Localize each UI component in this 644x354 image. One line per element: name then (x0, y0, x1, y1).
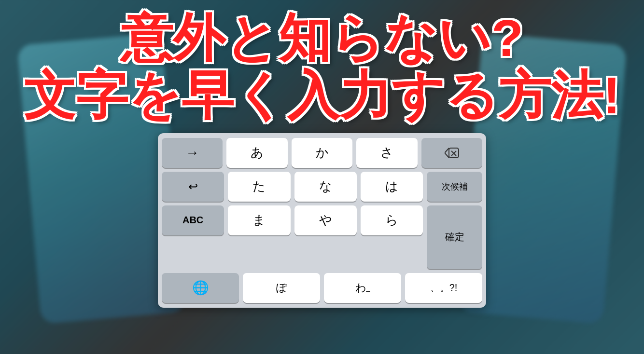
svg-line-1 (445, 148, 449, 153)
svg-line-2 (445, 153, 449, 158)
content-wrapper: 意外と知らない? 文字を早く入力する方法! → あ か さ (0, 0, 644, 354)
keyboard: → あ か さ ↩ た な (158, 133, 486, 308)
title-block: 意外と知らない? 文字を早く入力する方法! (0, 10, 644, 124)
ra-key[interactable]: ら (361, 205, 423, 235)
keyboard-row-4: 🌐 ぽ わ_ 、。?! (162, 273, 482, 303)
ka-key[interactable]: か (292, 138, 352, 168)
undo-key[interactable]: ↩ (162, 172, 224, 202)
delete-key[interactable] (421, 138, 482, 168)
punct-key[interactable]: 、。?! (405, 273, 482, 303)
globe-key[interactable]: 🌐 (162, 273, 239, 303)
keyboard-row-1: → あ か さ (162, 138, 482, 168)
ya-key[interactable]: や (294, 205, 357, 235)
small-po-key[interactable]: ぽ (243, 273, 320, 303)
title-line1: 意外と知らない? (121, 10, 523, 67)
ta-key[interactable]: た (228, 172, 290, 202)
arrow-right-key[interactable]: → (162, 138, 223, 168)
abc-key[interactable]: ABC (162, 205, 224, 235)
ma-key[interactable]: ま (228, 205, 290, 235)
wa-key[interactable]: わ_ (324, 273, 401, 303)
na-key[interactable]: な (294, 172, 357, 202)
next-candidate-key[interactable]: 次候補 (427, 172, 482, 202)
ha-key[interactable]: は (361, 172, 423, 202)
sa-key[interactable]: さ (356, 138, 417, 168)
a-key[interactable]: あ (226, 138, 287, 168)
title-line2: 文字を早く入力する方法! (24, 67, 620, 124)
confirm-key[interactable]: 確定 (427, 205, 482, 269)
